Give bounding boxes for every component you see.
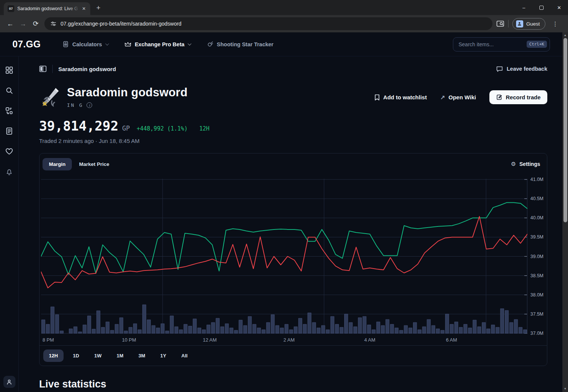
price-chart-svg[interactable]	[41, 174, 527, 336]
page-scrollbar[interactable]: ▲ ▼	[562, 32, 568, 392]
item-subtitle: IN G i	[67, 102, 188, 108]
watchlist-label: Add to watchlist	[383, 94, 427, 100]
dashboard-grid-icon[interactable]	[5, 66, 13, 74]
item-titles: Saradomin godsword IN G i	[67, 86, 188, 108]
converter-swap-icon[interactable]	[5, 107, 13, 115]
settings-label: Settings	[519, 161, 540, 167]
address-bar[interactable]: 07.gg/exchange-pro-beta/item/saradomin-g…	[44, 17, 492, 30]
browser-toolbar: ← → ⟳ 07.gg/exchange-pro-beta/item/sarad…	[0, 15, 568, 32]
x-tick-label: 8 PM	[43, 337, 54, 343]
search-input[interactable]	[459, 41, 527, 47]
chart-panel: MarginMarket Price ⚙ Settings 8 PM10 PM1…	[39, 153, 547, 366]
nav-shooting-star[interactable]: Shooting Star Tracker	[207, 41, 273, 47]
toolbar-separator	[508, 20, 509, 27]
y-tick-label: 39.0M	[530, 254, 544, 259]
nav-label: Shooting Star Tracker	[217, 41, 273, 47]
x-tick-label: 4 AM	[364, 337, 375, 343]
chevron-down-icon	[105, 42, 109, 46]
live-statistics-title: Live statistics	[39, 378, 547, 390]
y-tick-label: 38.0M	[530, 292, 544, 298]
range-button-3m[interactable]: 3M	[133, 349, 151, 362]
back-button[interactable]: ←	[4, 17, 17, 30]
logs-document-icon[interactable]	[5, 127, 13, 135]
browser-menu-icon[interactable]: ⋮	[549, 20, 561, 27]
open-wiki-label: Open Wiki	[448, 94, 476, 100]
minimize-button[interactable]: –	[515, 0, 533, 15]
x-tick-label: 2 AM	[284, 337, 295, 343]
record-trade-button[interactable]: Record trade	[489, 90, 547, 104]
account-button[interactable]	[3, 376, 15, 388]
nav-label: Calculators	[72, 41, 102, 47]
notifications-bell-icon[interactable]	[5, 168, 13, 176]
side-panel-search-icon[interactable]	[496, 20, 504, 27]
range-button-1w[interactable]: 1W	[88, 349, 107, 362]
search-box[interactable]: Ctrl+K	[453, 37, 550, 52]
main-content: Saradomin godsword Leave feedback Sarado…	[19, 56, 568, 392]
tab-title-fade	[68, 4, 80, 14]
profile-avatar-icon	[516, 20, 523, 27]
scroll-up-icon[interactable]: ▲	[564, 32, 567, 38]
favorites-heart-icon[interactable]	[5, 147, 13, 155]
tab-favicon: 07	[8, 5, 14, 12]
last-traded-text: Traded 2 minutes ago · Jun 18, 8:45 AM	[39, 138, 547, 144]
price-chart[interactable]: 8 PM10 PM12 AM2 AM4 AM6 AM	[41, 174, 527, 345]
settings-button[interactable]: ⚙ Settings	[511, 161, 540, 167]
panel-toggle-icon[interactable]	[39, 65, 47, 72]
nav-calculators[interactable]: Calculators	[62, 41, 108, 47]
page: 07.GG Calculators Exchange Pro Beta	[0, 32, 568, 392]
new-tab-button[interactable]: +	[96, 4, 100, 12]
chart-tabs: MarginMarket Price	[43, 158, 116, 170]
nav-exchange-pro[interactable]: Exchange Pro Beta	[125, 41, 190, 47]
x-axis-labels: 8 PM10 PM12 AM2 AM4 AM6 AM	[41, 336, 527, 345]
feedback-bubble-icon	[496, 66, 503, 72]
add-to-watchlist-button[interactable]: Add to watchlist	[374, 94, 427, 101]
leave-feedback-button[interactable]: Leave feedback	[496, 66, 547, 72]
crown-icon	[125, 41, 131, 47]
person-icon	[6, 379, 12, 385]
close-button[interactable]: ✕	[550, 0, 568, 15]
main-nav: Calculators Exchange Pro Beta Shooting S…	[62, 41, 273, 47]
site-logo[interactable]: 07.GG	[12, 39, 41, 50]
search-shortcut-badge: Ctrl+K	[527, 41, 547, 48]
calculator-icon	[62, 41, 69, 47]
scroll-down-icon[interactable]: ▼	[564, 386, 567, 392]
browser-tab[interactable]: 07 Saradomin godsword: Live GE P ✕	[4, 2, 90, 15]
range-button-1m[interactable]: 1M	[111, 349, 129, 362]
toolbar-right: Guest ⋮	[496, 18, 564, 30]
window-controls: – ✕	[515, 0, 568, 15]
price-row: 39,814,292 GP +448,992 (1.1%) 12H	[39, 119, 547, 134]
breadcrumb-item[interactable]: Saradomin godsword	[58, 66, 116, 72]
item-name: Saradomin godsword	[67, 86, 188, 99]
gear-icon: ⚙	[511, 161, 516, 167]
y-tick-label: 41.0M	[530, 177, 544, 182]
range-button-12h[interactable]: 12H	[43, 349, 64, 362]
search-icon[interactable]	[5, 87, 13, 94]
range-button-all[interactable]: All	[176, 349, 193, 362]
browser-chrome: 07 Saradomin godsword: Live GE P ✕ + – ✕…	[0, 0, 568, 32]
site-header: 07.GG Calculators Exchange Pro Beta	[0, 32, 568, 56]
y-tick-label: 38.5M	[530, 273, 544, 278]
x-tick-label: 6 AM	[446, 337, 457, 343]
range-buttons: 12H1D1W1M3M1YAll	[39, 345, 547, 366]
info-icon[interactable]: i	[87, 102, 92, 108]
item-price: 39,814,292	[39, 119, 118, 134]
tab-strip: 07 Saradomin godsword: Live GE P ✕ +	[0, 0, 568, 15]
change-value: +448,992 (1.1%)	[137, 125, 187, 132]
range-button-1y[interactable]: 1Y	[155, 349, 172, 362]
profile-button[interactable]: Guest	[512, 18, 545, 30]
maximize-button[interactable]	[533, 0, 550, 15]
forward-button[interactable]: →	[17, 17, 29, 30]
chart-panel-header: MarginMarket Price ⚙ Settings	[39, 153, 547, 172]
reload-button[interactable]: ⟳	[29, 17, 42, 30]
range-button-1d[interactable]: 1D	[67, 349, 85, 362]
sidebar	[0, 56, 19, 392]
y-tick-label: 37.0M	[530, 331, 544, 336]
tab-close-icon[interactable]: ✕	[80, 5, 87, 12]
chart-tab-margin[interactable]: Margin	[43, 158, 72, 170]
chart-tab-market-price[interactable]: Market Price	[73, 158, 115, 170]
site-controls-icon[interactable]	[50, 21, 56, 27]
open-wiki-button[interactable]: ↗ Open Wiki	[440, 94, 476, 101]
scrollbar-thumb[interactable]	[563, 38, 567, 222]
feedback-label: Leave feedback	[507, 66, 547, 72]
y-tick-label: 37.5M	[530, 311, 544, 317]
